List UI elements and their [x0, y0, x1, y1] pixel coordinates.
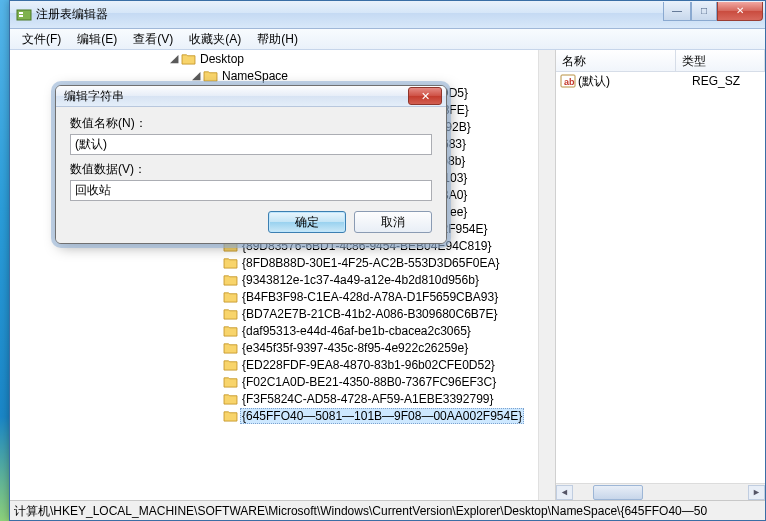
value-row[interactable]: ab (默认) REG_SZ: [556, 72, 765, 90]
regedit-icon: [16, 7, 32, 23]
tree-node-desktop[interactable]: ◢ Desktop: [10, 50, 555, 67]
desktop-left-edge: [0, 0, 9, 521]
regedit-window: 注册表编辑器 — □ ✕ 文件(F) 编辑(E) 查看(V) 收藏夹(A) 帮助…: [9, 0, 766, 521]
collapse-icon[interactable]: ◢: [190, 69, 202, 82]
column-header-type[interactable]: 类型: [676, 50, 765, 71]
edit-string-dialog: 编辑字符串 ✕ 数值名称(N)： 数值数据(V)： 确定 取消: [55, 85, 447, 244]
scroll-right-arrow[interactable]: ►: [748, 485, 765, 500]
cancel-button[interactable]: 取消: [354, 211, 432, 233]
dialog-body: 数值名称(N)： 数值数据(V)： 确定 取消: [56, 107, 446, 243]
folder-icon: [222, 409, 238, 423]
tree-label: {daf95313-e44d-46af-be1b-cbacea2c3065}: [240, 324, 473, 338]
ok-button[interactable]: 确定: [268, 211, 346, 233]
status-path: 计算机\HKEY_LOCAL_MACHINE\SOFTWARE\Microsof…: [14, 504, 707, 518]
tree-label: {645FFO40—5081—101B—9F08—00AA002F954E}: [240, 408, 524, 424]
string-value-icon: ab: [560, 73, 576, 89]
folder-icon: [222, 324, 238, 338]
tree-node-guid[interactable]: {F3F5824C-AD58-4728-AF59-A1EBE3392799}: [10, 390, 555, 407]
dialog-close-button[interactable]: ✕: [408, 87, 442, 105]
value-type: REG_SZ: [692, 74, 765, 88]
menubar: 文件(F) 编辑(E) 查看(V) 收藏夹(A) 帮助(H): [10, 29, 765, 50]
menu-file[interactable]: 文件(F): [14, 29, 69, 50]
scroll-track[interactable]: [573, 485, 748, 500]
folder-icon: [222, 307, 238, 321]
tree-label: {F02C1A0D-BE21-4350-88B0-7367FC96EF3C}: [240, 375, 498, 389]
tree-label: {BD7A2E7B-21CB-41b2-A086-B309680C6B7E}: [240, 307, 500, 321]
value-data-input[interactable]: [70, 180, 432, 201]
menu-view[interactable]: 查看(V): [125, 29, 181, 50]
tree-label: {8FD8B88D-30E1-4F25-AC2B-553D3D65F0EA}: [240, 256, 501, 270]
tree-label: {e345f35f-9397-435c-8f95-4e922c26259e}: [240, 341, 470, 355]
value-name-label: 数值名称(N)：: [70, 115, 432, 132]
tree-node-guid[interactable]: {e345f35f-9397-435c-8f95-4e922c26259e}: [10, 339, 555, 356]
tree-node-guid[interactable]: {F02C1A0D-BE21-4350-88B0-7367FC96EF3C}: [10, 373, 555, 390]
value-name: (默认): [578, 73, 692, 90]
folder-icon: [222, 375, 238, 389]
folder-icon: [222, 290, 238, 304]
grid-header: 名称 类型: [556, 50, 765, 72]
dialog-titlebar[interactable]: 编辑字符串 ✕: [56, 86, 446, 107]
values-pane: 名称 类型 ab (默认) REG_SZ ◄ ►: [556, 50, 765, 500]
tree-label: {9343812e-1c37-4a49-a12e-4b2d810d956b}: [240, 273, 481, 287]
svg-rect-1: [19, 12, 23, 14]
menu-edit[interactable]: 编辑(E): [69, 29, 125, 50]
grid-body[interactable]: ab (默认) REG_SZ: [556, 72, 765, 483]
titlebar[interactable]: 注册表编辑器 — □ ✕: [10, 1, 765, 29]
folder-icon: [222, 392, 238, 406]
value-data-label: 数值数据(V)：: [70, 161, 432, 178]
tree-label: NameSpace: [220, 69, 290, 83]
svg-rect-2: [19, 15, 23, 17]
tree-node-guid[interactable]: {ED228FDF-9EA8-4870-83b1-96b02CFE0D52}: [10, 356, 555, 373]
folder-icon: [222, 358, 238, 372]
tree-node-guid[interactable]: {BD7A2E7B-21CB-41b2-A086-B309680C6B7E}: [10, 305, 555, 322]
svg-text:ab: ab: [564, 77, 575, 87]
tree-vertical-scrollbar[interactable]: [538, 50, 555, 500]
scroll-left-arrow[interactable]: ◄: [556, 485, 573, 500]
tree-node-guid[interactable]: {daf95313-e44d-46af-be1b-cbacea2c3065}: [10, 322, 555, 339]
values-horizontal-scrollbar[interactable]: ◄ ►: [556, 483, 765, 500]
maximize-button[interactable]: □: [691, 2, 717, 21]
tree-node-guid[interactable]: {B4FB3F98-C1EA-428d-A78A-D1F5659CBA93}: [10, 288, 555, 305]
menu-help[interactable]: 帮助(H): [249, 29, 306, 50]
folder-icon: [222, 256, 238, 270]
folder-icon: [202, 69, 218, 83]
collapse-icon[interactable]: ◢: [168, 52, 180, 65]
tree-label: {F3F5824C-AD58-4728-AF59-A1EBE3392799}: [240, 392, 496, 406]
value-name-input[interactable]: [70, 134, 432, 155]
scroll-thumb[interactable]: [593, 485, 643, 500]
tree-label: Desktop: [198, 52, 246, 66]
window-title: 注册表编辑器: [36, 6, 663, 23]
minimize-button[interactable]: —: [663, 2, 691, 21]
tree-node-namespace[interactable]: ◢ NameSpace: [10, 67, 555, 84]
statusbar: 计算机\HKEY_LOCAL_MACHINE\SOFTWARE\Microsof…: [10, 500, 765, 520]
tree-node-guid[interactable]: {8FD8B88D-30E1-4F25-AC2B-553D3D65F0EA}: [10, 254, 555, 271]
close-button[interactable]: ✕: [717, 2, 763, 21]
folder-icon: [180, 52, 196, 66]
tree-label: {ED228FDF-9EA8-4870-83b1-96b02CFE0D52}: [240, 358, 497, 372]
folder-icon: [222, 341, 238, 355]
column-header-name[interactable]: 名称: [556, 50, 676, 71]
tree-node-guid[interactable]: {9343812e-1c37-4a49-a12e-4b2d810d956b}: [10, 271, 555, 288]
dialog-title: 编辑字符串: [64, 88, 408, 105]
tree-label: {B4FB3F98-C1EA-428d-A78A-D1F5659CBA93}: [240, 290, 500, 304]
folder-icon: [222, 273, 238, 287]
tree-node-guid[interactable]: {645FFO40—5081—101B—9F08—00AA002F954E}: [10, 407, 555, 424]
window-controls: — □ ✕: [663, 2, 763, 22]
menu-favorites[interactable]: 收藏夹(A): [181, 29, 249, 50]
